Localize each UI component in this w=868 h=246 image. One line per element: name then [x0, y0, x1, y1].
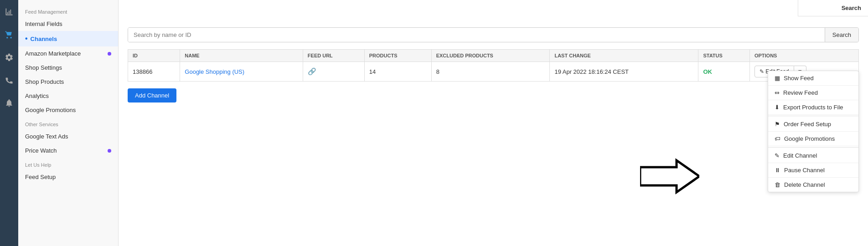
icon-bell[interactable]: [2, 96, 16, 110]
google-promotions-icon: 🏷: [775, 135, 780, 142]
icon-chart[interactable]: [2, 5, 16, 19]
nav-sidebar: Feed Management Internal Fields Channels…: [18, 0, 119, 246]
section-feed-management-label: Feed Management: [18, 5, 118, 17]
price-watch-dot: [108, 149, 111, 153]
col-header-name: NAME: [180, 50, 303, 62]
order-feed-setup-icon: ⚑: [775, 121, 780, 128]
sidebar-item-channels[interactable]: Channels: [18, 31, 118, 46]
dropdown-show-feed[interactable]: ▦ Show Feed: [768, 71, 858, 86]
channel-search-input[interactable]: [128, 28, 825, 42]
delete-channel-icon: 🗑: [775, 181, 780, 188]
cell-last-change: 19 Apr 2022 18:16:24 CEST: [550, 62, 698, 82]
cell-name: Google Shopping (US): [180, 62, 303, 82]
dropdown-google-promotions[interactable]: 🏷 Google Promotions: [768, 132, 858, 146]
page-search-bar: Search: [128, 27, 859, 42]
edit-channel-icon: ✎: [775, 152, 780, 159]
review-feed-icon: ⇔: [775, 89, 780, 96]
col-header-options: OPTIONS: [749, 50, 858, 62]
dropdown-order-feed-setup[interactable]: ⚑ Order Feed Setup: [768, 117, 858, 132]
arrow-annotation: [640, 158, 699, 196]
dropdown-menu: ▦ Show Feed ⇔ Review Feed ⬇ Export Produ…: [768, 71, 859, 192]
sidebar-item-label: Amazon Marketplace: [25, 50, 81, 57]
sidebar-item-amazon-marketplace[interactable]: Amazon Marketplace: [18, 46, 118, 61]
dropdown-edit-channel[interactable]: ✎ Edit Channel: [768, 149, 858, 163]
svg-marker-0: [640, 160, 699, 192]
dropdown-delete-channel[interactable]: 🗑 Delete Channel: [768, 178, 858, 192]
section-other-services-label: Other Services: [18, 117, 118, 129]
feed-url-icon[interactable]: 🔗: [308, 67, 316, 75]
col-header-id: ID: [128, 50, 180, 62]
menu-separator-1: [768, 116, 858, 116]
pause-channel-icon: ⏸: [775, 167, 780, 174]
sidebar-item-analytics[interactable]: Analytics: [18, 89, 118, 103]
sidebar-item-google-text-ads[interactable]: Google Text Ads: [18, 129, 118, 144]
cell-excluded-products: 8: [431, 62, 550, 82]
sidebar-item-label: Internal Fields: [25, 20, 62, 27]
sidebar-item-label: Price Watch: [25, 147, 57, 154]
sidebar-item-shop-products[interactable]: Shop Products: [18, 75, 118, 89]
icon-gear[interactable]: [2, 50, 16, 65]
amazon-dot: [108, 52, 111, 56]
add-channel-button[interactable]: Add Channel: [128, 88, 176, 102]
sidebar-item-price-watch[interactable]: Price Watch: [18, 144, 118, 158]
cell-products: 14: [364, 62, 431, 82]
channel-search-button[interactable]: Search: [825, 28, 858, 42]
cell-status: OK: [698, 62, 750, 82]
icon-cart[interactable]: [2, 27, 16, 42]
dropdown-export-products[interactable]: ⬇ Export Products to File: [768, 100, 858, 115]
header-search-area: Search: [798, 0, 868, 16]
status-badge: OK: [703, 68, 712, 75]
sidebar-item-label: Shop Settings: [25, 64, 62, 71]
sidebar-item-label: Channels: [31, 36, 57, 42]
sidebar-item-label: Shop Products: [25, 78, 64, 85]
section-let-us-help-label: Let Us Help: [18, 158, 118, 170]
icon-sidebar: [0, 0, 18, 246]
cell-id: 138866: [128, 62, 180, 82]
col-header-feed-url: FEED URL: [303, 50, 364, 62]
sidebar-item-label: Google Promotions: [25, 107, 76, 113]
col-header-products: PRODUCTS: [364, 50, 431, 62]
main-content: Search Search ID NAME FEED URL PRODUCTS …: [119, 0, 868, 246]
col-header-excluded-products: EXCLUDED PRODUCTS: [431, 50, 550, 62]
dropdown-review-feed[interactable]: ⇔ Review Feed: [768, 86, 858, 100]
header-search-button[interactable]: Search: [842, 5, 861, 11]
table-row: 138866 Google Shopping (US) 🔗 14 8 19 Ap…: [128, 62, 859, 82]
sidebar-item-label: Google Text Ads: [25, 133, 68, 140]
channels-table: ID NAME FEED URL PRODUCTS EXCLUDED PRODU…: [128, 49, 859, 82]
show-feed-icon: ▦: [775, 75, 780, 82]
sidebar-item-google-promotions[interactable]: Google Promotions: [18, 103, 118, 117]
dropdown-pause-channel[interactable]: ⏸ Pause Channel: [768, 163, 858, 178]
header-search-input[interactable]: [805, 5, 842, 11]
sidebar-item-label: Analytics: [25, 92, 49, 99]
sidebar-item-feed-setup[interactable]: Feed Setup: [18, 170, 118, 184]
col-header-last-change: LAST CHANGE: [550, 50, 698, 62]
export-products-icon: ⬇: [775, 104, 780, 111]
menu-separator-2: [768, 147, 858, 148]
sidebar-item-internal-fields[interactable]: Internal Fields: [18, 17, 118, 31]
cell-feed-url: 🔗: [303, 62, 364, 82]
icon-phone[interactable]: [2, 73, 16, 87]
col-header-status: STATUS: [698, 50, 750, 62]
channel-name-link[interactable]: Google Shopping (US): [185, 68, 244, 75]
sidebar-item-label: Feed Setup: [25, 174, 56, 180]
sidebar-item-shop-settings[interactable]: Shop Settings: [18, 61, 118, 75]
